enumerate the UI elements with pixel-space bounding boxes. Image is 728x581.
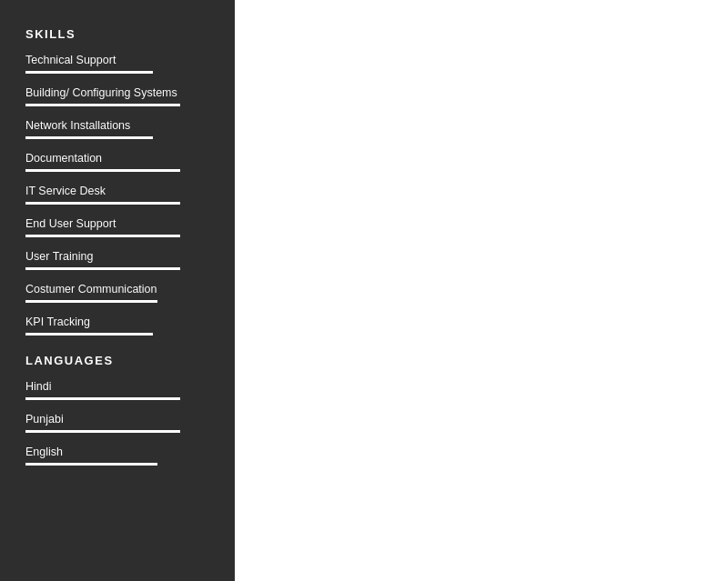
skill-bar	[25, 300, 157, 303]
skill-bar	[25, 235, 180, 237]
skill-item: KPI Tracking	[25, 316, 217, 336]
skill-bar	[25, 333, 153, 336]
language-item: Hindi	[25, 380, 217, 400]
language-label: English	[25, 446, 217, 458]
language-bar	[25, 397, 180, 400]
skill-bar	[25, 169, 180, 172]
language-bar-container	[25, 430, 217, 433]
languages-section-title: LANGUAGES	[25, 354, 217, 367]
skill-label: End User Support	[25, 217, 217, 230]
skill-item: Costumer Communication	[25, 283, 217, 303]
skill-label: User Training	[25, 250, 217, 263]
skill-bar-container	[25, 136, 217, 139]
skill-bar-container	[25, 202, 217, 205]
skill-bar-container	[25, 104, 217, 106]
language-label: Hindi	[25, 380, 217, 393]
languages-section: LANGUAGES HindiPunjabiEnglish	[25, 354, 217, 466]
language-bar	[25, 463, 157, 466]
skill-bar-container	[25, 267, 217, 270]
skills-section-title: SKILLS	[25, 27, 217, 41]
skill-item: Documentation	[25, 152, 217, 172]
skill-bar	[25, 136, 153, 139]
skill-label: Documentation	[25, 152, 217, 165]
skill-bar	[25, 71, 153, 74]
skills-list: Technical SupportBuilding/ Configuring S…	[25, 54, 217, 336]
language-bar	[25, 430, 180, 433]
skill-item: Technical Support	[25, 54, 217, 74]
skill-bar	[25, 267, 180, 270]
skill-bar	[25, 202, 180, 205]
skill-label: IT Service Desk	[25, 185, 217, 197]
skill-label: KPI Tracking	[25, 316, 217, 328]
language-label: Punjabi	[25, 413, 217, 426]
skill-bar-container	[25, 71, 217, 74]
skill-bar	[25, 104, 180, 106]
skill-label: Costumer Communication	[25, 283, 217, 296]
skill-item: Building/ Configuring Systems	[25, 86, 217, 106]
skill-item: IT Service Desk	[25, 185, 217, 205]
skill-item: User Training	[25, 250, 217, 270]
skill-item: Network Installations	[25, 119, 217, 139]
language-bar-container	[25, 463, 217, 466]
sidebar: SKILLS Technical SupportBuilding/ Config…	[0, 0, 235, 581]
languages-list: HindiPunjabiEnglish	[25, 380, 217, 466]
skill-label: Technical Support	[25, 54, 217, 66]
language-item: English	[25, 446, 217, 466]
skill-label: Building/ Configuring Systems	[25, 86, 217, 99]
language-item: Punjabi	[25, 413, 217, 433]
skill-label: Network Installations	[25, 119, 217, 132]
main-content	[235, 0, 728, 581]
skill-bar-container	[25, 300, 217, 303]
skill-bar-container	[25, 333, 217, 336]
skill-bar-container	[25, 169, 217, 172]
skill-bar-container	[25, 235, 217, 237]
skill-item: End User Support	[25, 217, 217, 237]
language-bar-container	[25, 397, 217, 400]
